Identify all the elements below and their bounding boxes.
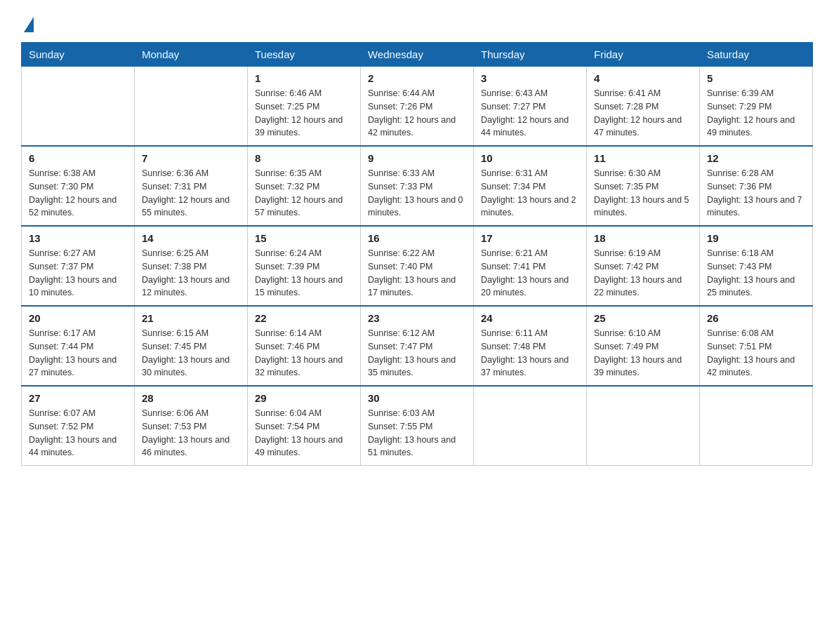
day-number: 27 — [29, 392, 127, 404]
calendar-cell: 12Sunrise: 6:28 AMSunset: 7:36 PMDayligh… — [700, 146, 813, 226]
weekday-header-saturday: Saturday — [700, 43, 813, 67]
calendar-cell: 18Sunrise: 6:19 AMSunset: 7:42 PMDayligh… — [587, 226, 700, 306]
calendar-cell: 23Sunrise: 6:12 AMSunset: 7:47 PMDayligh… — [361, 306, 474, 386]
day-number: 29 — [255, 392, 353, 404]
day-info: Sunrise: 6:04 AMSunset: 7:54 PMDaylight:… — [255, 407, 353, 459]
page-header — [21, 14, 813, 31]
day-number: 30 — [368, 392, 466, 404]
day-number: 21 — [142, 312, 240, 324]
day-info: Sunrise: 6:30 AMSunset: 7:35 PMDaylight:… — [594, 167, 692, 220]
calendar-cell: 7Sunrise: 6:36 AMSunset: 7:31 PMDaylight… — [135, 146, 248, 226]
weekday-header-monday: Monday — [135, 43, 248, 67]
day-info: Sunrise: 6:14 AMSunset: 7:46 PMDaylight:… — [255, 327, 353, 380]
calendar-cell — [474, 386, 587, 466]
calendar-cell: 14Sunrise: 6:25 AMSunset: 7:38 PMDayligh… — [135, 226, 248, 306]
day-number: 5 — [707, 72, 805, 84]
calendar-cell: 29Sunrise: 6:04 AMSunset: 7:54 PMDayligh… — [248, 386, 361, 466]
calendar-cell: 9Sunrise: 6:33 AMSunset: 7:33 PMDaylight… — [361, 146, 474, 226]
day-info: Sunrise: 6:15 AMSunset: 7:45 PMDaylight:… — [142, 327, 240, 380]
day-number: 3 — [481, 72, 579, 84]
calendar-cell: 11Sunrise: 6:30 AMSunset: 7:35 PMDayligh… — [587, 146, 700, 226]
day-number: 25 — [594, 312, 692, 324]
day-info: Sunrise: 6:35 AMSunset: 7:32 PMDaylight:… — [255, 167, 353, 220]
day-info: Sunrise: 6:41 AMSunset: 7:28 PMDaylight:… — [594, 87, 692, 140]
day-number: 6 — [29, 152, 127, 164]
calendar-cell: 22Sunrise: 6:14 AMSunset: 7:46 PMDayligh… — [248, 306, 361, 386]
day-info: Sunrise: 6:28 AMSunset: 7:36 PMDaylight:… — [707, 167, 805, 220]
day-number: 10 — [481, 152, 579, 164]
day-number: 14 — [142, 232, 240, 244]
day-number: 23 — [368, 312, 466, 324]
day-info: Sunrise: 6:27 AMSunset: 7:37 PMDaylight:… — [29, 247, 127, 300]
day-info: Sunrise: 6:31 AMSunset: 7:34 PMDaylight:… — [481, 167, 579, 220]
day-info: Sunrise: 6:24 AMSunset: 7:39 PMDaylight:… — [255, 247, 353, 300]
day-number: 12 — [707, 152, 805, 164]
day-number: 4 — [594, 72, 692, 84]
logo — [21, 14, 34, 31]
day-info: Sunrise: 6:38 AMSunset: 7:30 PMDaylight:… — [29, 167, 127, 220]
day-info: Sunrise: 6:17 AMSunset: 7:44 PMDaylight:… — [29, 327, 127, 380]
calendar-cell: 3Sunrise: 6:43 AMSunset: 7:27 PMDaylight… — [474, 67, 587, 147]
day-number: 1 — [255, 72, 353, 84]
calendar-week-row: 13Sunrise: 6:27 AMSunset: 7:37 PMDayligh… — [22, 226, 813, 306]
calendar-cell: 15Sunrise: 6:24 AMSunset: 7:39 PMDayligh… — [248, 226, 361, 306]
day-number: 8 — [255, 152, 353, 164]
calendar-cell: 17Sunrise: 6:21 AMSunset: 7:41 PMDayligh… — [474, 226, 587, 306]
day-info: Sunrise: 6:36 AMSunset: 7:31 PMDaylight:… — [142, 167, 240, 220]
calendar-cell: 5Sunrise: 6:39 AMSunset: 7:29 PMDaylight… — [700, 67, 813, 147]
day-number: 2 — [368, 72, 466, 84]
day-info: Sunrise: 6:39 AMSunset: 7:29 PMDaylight:… — [707, 87, 805, 140]
day-info: Sunrise: 6:22 AMSunset: 7:40 PMDaylight:… — [368, 247, 466, 300]
calendar-cell: 16Sunrise: 6:22 AMSunset: 7:40 PMDayligh… — [361, 226, 474, 306]
calendar-cell: 10Sunrise: 6:31 AMSunset: 7:34 PMDayligh… — [474, 146, 587, 226]
weekday-header-thursday: Thursday — [474, 43, 587, 67]
weekday-header-tuesday: Tuesday — [248, 43, 361, 67]
day-number: 26 — [707, 312, 805, 324]
weekday-header-wednesday: Wednesday — [361, 43, 474, 67]
calendar-cell: 1Sunrise: 6:46 AMSunset: 7:25 PMDaylight… — [248, 67, 361, 147]
calendar-cell: 24Sunrise: 6:11 AMSunset: 7:48 PMDayligh… — [474, 306, 587, 386]
weekday-header-friday: Friday — [587, 43, 700, 67]
day-info: Sunrise: 6:43 AMSunset: 7:27 PMDaylight:… — [481, 87, 579, 140]
day-number: 16 — [368, 232, 466, 244]
day-info: Sunrise: 6:19 AMSunset: 7:42 PMDaylight:… — [594, 247, 692, 300]
day-number: 15 — [255, 232, 353, 244]
day-number: 18 — [594, 232, 692, 244]
calendar-week-row: 20Sunrise: 6:17 AMSunset: 7:44 PMDayligh… — [22, 306, 813, 386]
calendar-cell: 28Sunrise: 6:06 AMSunset: 7:53 PMDayligh… — [135, 386, 248, 466]
day-info: Sunrise: 6:11 AMSunset: 7:48 PMDaylight:… — [481, 327, 579, 380]
day-info: Sunrise: 6:08 AMSunset: 7:51 PMDaylight:… — [707, 327, 805, 380]
calendar-cell: 8Sunrise: 6:35 AMSunset: 7:32 PMDaylight… — [248, 146, 361, 226]
calendar-cell: 25Sunrise: 6:10 AMSunset: 7:49 PMDayligh… — [587, 306, 700, 386]
day-number: 19 — [707, 232, 805, 244]
day-number: 9 — [368, 152, 466, 164]
day-number: 13 — [29, 232, 127, 244]
calendar-header-row: SundayMondayTuesdayWednesdayThursdayFrid… — [22, 43, 813, 67]
day-number: 28 — [142, 392, 240, 404]
day-number: 17 — [481, 232, 579, 244]
calendar-cell: 13Sunrise: 6:27 AMSunset: 7:37 PMDayligh… — [22, 226, 135, 306]
calendar-cell: 6Sunrise: 6:38 AMSunset: 7:30 PMDaylight… — [22, 146, 135, 226]
calendar-cell: 27Sunrise: 6:07 AMSunset: 7:52 PMDayligh… — [22, 386, 135, 466]
day-info: Sunrise: 6:44 AMSunset: 7:26 PMDaylight:… — [368, 87, 466, 140]
logo-triangle-icon — [24, 17, 34, 32]
calendar-cell: 19Sunrise: 6:18 AMSunset: 7:43 PMDayligh… — [700, 226, 813, 306]
day-info: Sunrise: 6:18 AMSunset: 7:43 PMDaylight:… — [707, 247, 805, 300]
calendar-cell: 21Sunrise: 6:15 AMSunset: 7:45 PMDayligh… — [135, 306, 248, 386]
calendar-cell: 20Sunrise: 6:17 AMSunset: 7:44 PMDayligh… — [22, 306, 135, 386]
day-info: Sunrise: 6:46 AMSunset: 7:25 PMDaylight:… — [255, 87, 353, 140]
day-number: 11 — [594, 152, 692, 164]
day-info: Sunrise: 6:03 AMSunset: 7:55 PMDaylight:… — [368, 407, 466, 459]
calendar-week-row: 1Sunrise: 6:46 AMSunset: 7:25 PMDaylight… — [22, 67, 813, 147]
day-info: Sunrise: 6:21 AMSunset: 7:41 PMDaylight:… — [481, 247, 579, 300]
day-info: Sunrise: 6:12 AMSunset: 7:47 PMDaylight:… — [368, 327, 466, 380]
day-number: 7 — [142, 152, 240, 164]
calendar-cell — [587, 386, 700, 466]
day-info: Sunrise: 6:07 AMSunset: 7:52 PMDaylight:… — [29, 407, 127, 459]
weekday-header-sunday: Sunday — [22, 43, 135, 67]
day-number: 22 — [255, 312, 353, 324]
calendar-week-row: 6Sunrise: 6:38 AMSunset: 7:30 PMDaylight… — [22, 146, 813, 226]
day-info: Sunrise: 6:10 AMSunset: 7:49 PMDaylight:… — [594, 327, 692, 380]
calendar-cell — [22, 67, 135, 147]
calendar-cell — [135, 67, 248, 147]
